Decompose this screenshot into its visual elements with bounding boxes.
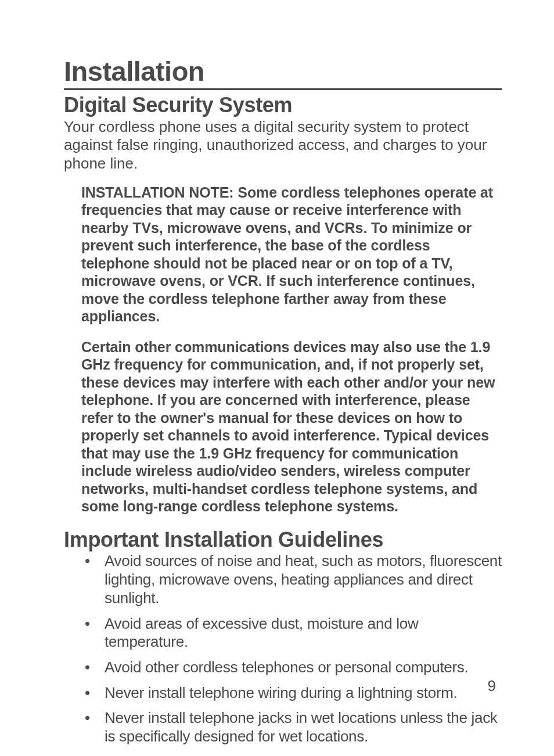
installation-notes: INSTALLATION NOTE: Some cordless telepho…: [81, 184, 502, 515]
list-item: Never install telephone jacks in wet loc…: [85, 709, 502, 746]
list-item: Avoid sources of noise and heat, such as…: [85, 552, 502, 607]
list-item: Never touch non-insulated telephone wire…: [85, 753, 502, 756]
page-title: Installation: [64, 55, 502, 90]
installation-note-2: Certain other communications devices may…: [81, 338, 497, 515]
intro-paragraph: Your cordless phone uses a digital secur…: [64, 118, 502, 173]
list-item: Avoid areas of excessive dust, moisture …: [85, 615, 502, 651]
page-number: 9: [488, 677, 496, 695]
installation-note-1: INSTALLATION NOTE: Some cordless telepho…: [81, 184, 497, 325]
list-item: Never install telephone wiring during a …: [85, 684, 502, 703]
section-heading-guidelines: Important Installation Guidelines: [64, 528, 502, 551]
section-heading-security: Digital Security System: [64, 94, 502, 117]
list-item: Avoid other cordless telephones or perso…: [85, 658, 502, 677]
guidelines-list: Avoid sources of noise and heat, such as…: [85, 552, 502, 756]
